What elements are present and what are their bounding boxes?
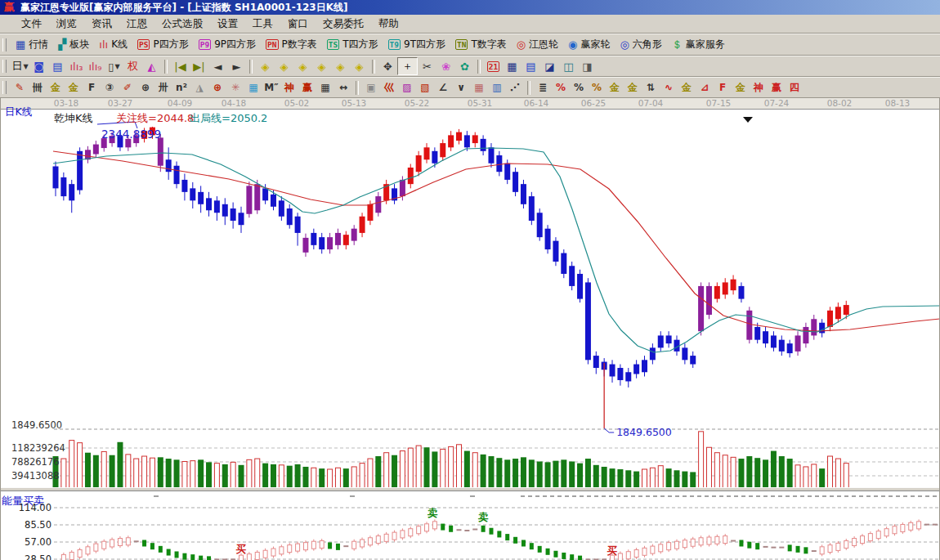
menu-item-浏览[interactable]: 浏览: [49, 16, 84, 33]
last-bar-icon[interactable]: ▶|: [190, 58, 208, 74]
triangle-icon[interactable]: ◮: [190, 80, 208, 96]
v-lines-icon[interactable]: ∨: [452, 80, 470, 96]
first-bar-icon[interactable]: |◀: [171, 58, 190, 74]
si-angle-icon[interactable]: 四: [786, 80, 803, 96]
reset-view-diamond-icon[interactable]: ◈: [350, 58, 369, 74]
kline-style-icon[interactable]: ◙: [29, 58, 48, 74]
gold-line-icon[interactable]: 金: [624, 80, 642, 96]
candles-9-icon[interactable]: ılı₉: [86, 58, 105, 74]
percent-line-icon[interactable]: %: [588, 80, 606, 96]
next-bar-icon[interactable]: ►: [227, 58, 246, 74]
kline-button[interactable]: ılıK线: [94, 37, 132, 52]
period-dropdown[interactable]: 日▼: [11, 58, 29, 74]
menu-item-江恩[interactable]: 江恩: [119, 16, 154, 33]
info-panel-icon[interactable]: ▤: [48, 58, 67, 74]
report-icon[interactable]: ▤: [521, 58, 540, 74]
prev-bar-icon[interactable]: ◄: [208, 58, 227, 74]
gold-ruler-icon[interactable]: 金: [47, 80, 65, 96]
quotes-button[interactable]: ▦行情: [11, 37, 53, 52]
ying-grid-icon[interactable]: 赢: [298, 80, 316, 96]
slash-lines-icon[interactable]: ⋰: [506, 80, 524, 96]
chart-area[interactable]: 03-1803-2704-0904-1805-0205-1305-2205-31…: [0, 98, 940, 560]
menu-item-设置[interactable]: 设置: [210, 16, 245, 33]
winner-wheel-button[interactable]: ◉赢家轮: [563, 37, 615, 52]
menu-item-资讯[interactable]: 资讯: [84, 16, 119, 33]
terminal-icon[interactable]: ◨: [578, 58, 597, 74]
angle-tool-icon[interactable]: ∠: [434, 80, 452, 96]
reset-view-diamond-icon: ◈: [356, 60, 364, 73]
j-angle-icon[interactable]: ⊿: [696, 80, 714, 96]
zoom-right-diamond-icon[interactable]: ◈: [275, 58, 293, 74]
chart-canvas[interactable]: 03-1803-2704-0904-1805-0205-1305-2205-31…: [0, 98, 940, 560]
square-n2-icon[interactable]: n²: [172, 80, 190, 96]
nine-p-square-button[interactable]: P99P四方形: [194, 37, 261, 52]
sectors-button[interactable]: ▞板块: [53, 37, 94, 52]
time-grid-icon[interactable]: 卌: [29, 80, 47, 96]
menu-item-工具[interactable]: 工具: [245, 16, 280, 33]
spiral-icon[interactable]: ③: [101, 80, 119, 96]
ying-angle-icon[interactable]: 赢: [768, 80, 786, 96]
calendar-icon[interactable]: 21: [484, 58, 503, 74]
app-logo-icon: 赢: [2, 0, 16, 15]
menu-item-公式选股[interactable]: 公式选股: [154, 16, 210, 33]
p-square-button[interactable]: PSP四方形: [132, 37, 194, 52]
f-angle-icon[interactable]: F: [714, 80, 732, 96]
fan-box-icon[interactable]: ▨: [398, 80, 416, 96]
t-number-table-button[interactable]: TNT数字表: [450, 37, 512, 52]
blank-dropdown[interactable]: ▯▼: [105, 58, 123, 74]
volume-style-icon[interactable]: ◭: [142, 58, 161, 74]
calculator-icon[interactable]: ▦: [503, 58, 521, 74]
menu-item-文件[interactable]: 文件: [14, 16, 49, 33]
save-icon[interactable]: ◪: [540, 58, 559, 74]
stats-ruler-icon[interactable]: ≣: [534, 80, 552, 96]
wave-mark-icon[interactable]: M″: [262, 80, 280, 96]
zoom-left-diamond-icon[interactable]: ◈: [256, 58, 275, 74]
spider-web-icon[interactable]: ✳: [226, 80, 244, 96]
full-view-diamond-icon[interactable]: ◈: [331, 58, 350, 74]
percent-retrace-icon[interactable]: %: [552, 80, 570, 96]
menu-item-交易委托[interactable]: 交易委托: [316, 16, 371, 33]
brush-2-icon[interactable]: ✐: [119, 80, 137, 96]
fan-box-2-icon[interactable]: ▧: [416, 80, 434, 96]
export-icon[interactable]: ◫: [559, 58, 578, 74]
fan-lines-icon[interactable]: 巛: [380, 80, 398, 96]
p-number-table-button[interactable]: PNP数字表: [261, 37, 322, 52]
compass-icon[interactable]: ⊕: [208, 80, 226, 96]
menu-item-窗口[interactable]: 窗口: [280, 16, 316, 33]
nine-t-square-button[interactable]: T99T四方形: [383, 37, 450, 52]
clover-tool-icon[interactable]: ✿: [455, 58, 474, 74]
expand-v-diamond-icon[interactable]: ◈: [312, 58, 331, 74]
grid-blue-icon[interactable]: ▥: [488, 80, 506, 96]
hexagon-button[interactable]: ◎六角形: [615, 37, 666, 52]
winner-service-button[interactable]: ＄赢家服务: [667, 37, 730, 52]
percent-icon[interactable]: %: [570, 80, 588, 96]
shen-angle-icon[interactable]: 神: [750, 80, 768, 96]
t-square-button[interactable]: TST四方形: [322, 37, 383, 52]
candles-3-icon[interactable]: ılı₃: [67, 58, 86, 74]
gold-ruler-2-icon[interactable]: 金: [65, 80, 83, 96]
grid-red-icon[interactable]: ▦: [470, 80, 488, 96]
price-grid-icon[interactable]: 卅: [154, 80, 172, 96]
fib-ruler-icon[interactable]: F: [83, 80, 101, 96]
h-span-icon[interactable]: ↔: [334, 80, 352, 96]
circle-grid-icon[interactable]: ⊕: [137, 80, 154, 96]
flower-tool-icon[interactable]: ❀: [436, 58, 455, 74]
box-tool-icon[interactable]: ▣: [362, 80, 380, 96]
shen-grid-icon[interactable]: 神: [280, 80, 298, 96]
gann-wheel-button[interactable]: ◎江恩轮: [512, 37, 563, 52]
expand-h-diamond-icon[interactable]: ◈: [293, 58, 312, 74]
hand-tool-icon[interactable]: ✥: [378, 58, 397, 74]
brush-icon[interactable]: ✎: [11, 80, 29, 96]
date-tick: 04-18: [222, 98, 247, 108]
gold-angle-icon[interactable]: 金: [732, 80, 750, 96]
gold-circle-icon[interactable]: 金: [606, 80, 624, 96]
rights-adjust-icon[interactable]: 权: [123, 58, 142, 74]
cut-tool-icon[interactable]: ✂: [418, 58, 436, 74]
wave-line-icon[interactable]: ∿: [660, 80, 678, 96]
grid-123-icon[interactable]: ▦: [316, 80, 334, 96]
gold-wave-icon[interactable]: 金: [678, 80, 696, 96]
web-grid-icon[interactable]: ▦: [244, 80, 262, 96]
price-time-icon[interactable]: ⇅: [642, 80, 660, 96]
crosshair-tool-icon[interactable]: ＋: [397, 57, 418, 75]
menu-item-帮助[interactable]: 帮助: [371, 16, 406, 33]
